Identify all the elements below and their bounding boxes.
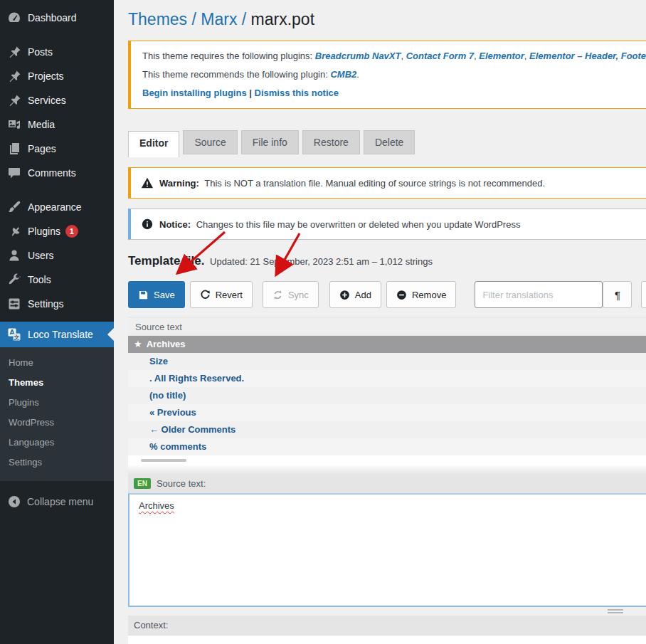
resize-handle[interactable] bbox=[608, 609, 623, 613]
string-row[interactable]: « Previous bbox=[128, 404, 646, 421]
plugins-icon bbox=[7, 224, 21, 238]
code-view-button[interactable]: </> bbox=[641, 281, 646, 308]
sidebar-item-projects[interactable]: Projects bbox=[0, 64, 114, 88]
plugin-link-elementor[interactable]: Elementor bbox=[479, 51, 524, 61]
tab-restore[interactable]: Restore bbox=[302, 130, 360, 154]
context-input[interactable] bbox=[128, 635, 646, 644]
comments-icon bbox=[7, 166, 21, 180]
save-label: Save bbox=[154, 290, 175, 300]
plugin-notice-actions: Begin installing plugins | Dismiss this … bbox=[142, 84, 646, 102]
star-icon: ★ bbox=[134, 339, 142, 349]
sidebar-item-tools[interactable]: Tools bbox=[0, 268, 114, 292]
sidebar-item-services[interactable]: Services bbox=[0, 88, 114, 112]
filter-translations-input[interactable] bbox=[475, 281, 603, 308]
source-text-label: Source text: bbox=[157, 478, 206, 489]
sidebar-item-settings[interactable]: Settings bbox=[0, 292, 114, 316]
sidebar-item-comments[interactable]: Comments bbox=[0, 161, 114, 185]
sidebar-item-label: Settings bbox=[28, 298, 64, 310]
breadcrumb-link-marx[interactable]: Marx bbox=[201, 10, 237, 28]
notice-text: This theme requires the following plugin… bbox=[142, 51, 315, 61]
warning-text: This is NOT a translation file. Manual e… bbox=[202, 178, 545, 189]
notice-label: Notice: bbox=[159, 219, 191, 230]
breadcrumb-link-themes[interactable]: Themes bbox=[128, 10, 187, 28]
string-row-selected[interactable]: ★Archives bbox=[128, 336, 646, 353]
sidebar-item-label: Comments bbox=[28, 167, 76, 179]
settings-icon bbox=[7, 297, 21, 311]
sidebar-item-appearance[interactable]: Appearance bbox=[0, 195, 114, 219]
sidebar-item-users[interactable]: Users bbox=[0, 243, 114, 268]
add-label: Add bbox=[355, 290, 371, 300]
plugin-link-cmb2[interactable]: CMB2 bbox=[330, 69, 356, 80]
sync-label: Sync bbox=[288, 290, 309, 300]
string-row[interactable]: % comments bbox=[128, 438, 646, 455]
revert-label: Revert bbox=[216, 290, 243, 300]
template-file-meta: Template file. Updated: 21 September, 20… bbox=[128, 254, 646, 268]
file-tabs: Editor Source File info Restore Delete bbox=[128, 127, 646, 154]
submenu-item-themes[interactable]: Themes bbox=[0, 373, 114, 393]
loco-translate-editor-page: Dashboard Posts Projects Services Media bbox=[0, 0, 646, 644]
submenu-item-home[interactable]: Home bbox=[0, 353, 114, 373]
editor-value: Archives bbox=[139, 500, 174, 511]
sidebar-item-label: Posts bbox=[28, 46, 53, 58]
tab-editor[interactable]: Editor bbox=[128, 131, 179, 157]
sidebar-item-label: Loco Translate bbox=[28, 329, 93, 340]
tab-delete[interactable]: Delete bbox=[364, 130, 415, 154]
warning-label: Warning: bbox=[159, 178, 199, 189]
save-button[interactable]: Save bbox=[128, 281, 185, 308]
begin-installing-plugins-link[interactable]: Begin installing plugins bbox=[142, 88, 247, 98]
context-field-header: Context: bbox=[128, 616, 646, 635]
sync-button[interactable]: Sync bbox=[263, 281, 319, 308]
sidebar-item-pages[interactable]: Pages bbox=[0, 137, 114, 161]
add-button[interactable]: Add bbox=[329, 281, 381, 308]
media-icon bbox=[7, 117, 21, 132]
string-row[interactable]: . All Rights Reserved. bbox=[128, 370, 646, 387]
notice-text: , bbox=[524, 51, 529, 61]
pages-icon bbox=[7, 142, 21, 156]
source-text-column-header: Source text bbox=[128, 317, 646, 336]
sidebar-item-label: Plugins bbox=[28, 226, 60, 237]
string-row[interactable]: ← Older Comments bbox=[128, 421, 646, 438]
notice-text: . bbox=[356, 69, 359, 80]
source-text-editor[interactable]: Archives bbox=[128, 493, 646, 607]
revert-icon bbox=[200, 290, 211, 300]
string-row[interactable]: (no title) bbox=[128, 387, 646, 404]
plugins-update-badge: 1 bbox=[65, 225, 78, 238]
collapse-menu-label: Collapse menu bbox=[27, 496, 93, 507]
revert-button[interactable]: Revert bbox=[190, 281, 253, 308]
string-row-label: Archives bbox=[147, 339, 186, 349]
submenu-item-wordpress[interactable]: WordPress bbox=[0, 413, 114, 433]
notice-text: Changes to this file may be overwritten … bbox=[194, 219, 520, 230]
sync-icon bbox=[272, 290, 283, 300]
main-content: Themes / Marx / marx.pot This theme requ… bbox=[114, 0, 646, 644]
info-notice: Notice: Changes to this file may be over… bbox=[128, 208, 646, 240]
string-row[interactable]: Size bbox=[128, 353, 646, 370]
warning-notice: Warning: This is NOT a translation file.… bbox=[128, 167, 646, 199]
tab-source[interactable]: Source bbox=[183, 130, 237, 154]
submenu-item-plugins[interactable]: Plugins bbox=[0, 393, 114, 413]
sidebar-item-loco-translate[interactable]: A文 Loco Translate bbox=[0, 322, 114, 347]
language-badge: EN bbox=[134, 478, 151, 489]
submenu-item-settings[interactable]: Settings bbox=[0, 453, 114, 473]
dismiss-notice-link[interactable]: Dismiss this notice bbox=[255, 88, 339, 98]
action-separator: | bbox=[247, 88, 255, 98]
sidebar-item-plugins[interactable]: Plugins 1 bbox=[0, 219, 114, 243]
horizontal-scrollbar-thumb[interactable] bbox=[141, 459, 186, 462]
collapse-menu-button[interactable]: Collapse menu bbox=[0, 490, 114, 514]
required-plugins-line: This theme requires the following plugin… bbox=[142, 47, 646, 65]
sidebar-item-label: Dashboard bbox=[28, 12, 77, 23]
plugin-link-breadcrumb-navxt[interactable]: Breadcrumb NavXT bbox=[315, 51, 401, 61]
sidebar-item-media[interactable]: Media bbox=[0, 112, 114, 137]
remove-button[interactable]: Remove bbox=[386, 281, 456, 308]
plugin-link-contact-form-7[interactable]: Contact Form 7 bbox=[406, 51, 474, 61]
pane-divider bbox=[128, 465, 646, 474]
sidebar-item-posts[interactable]: Posts bbox=[0, 40, 114, 64]
admin-sidebar: Dashboard Posts Projects Services Media bbox=[0, 0, 114, 644]
submenu-item-languages[interactable]: Languages bbox=[0, 433, 114, 453]
breadcrumb-separator: / bbox=[237, 10, 250, 28]
plugin-link-elementor-header-footer[interactable]: Elementor – Header, Footer & bbox=[529, 51, 646, 61]
pin-icon bbox=[7, 69, 21, 83]
invisibles-toggle-button[interactable]: ¶ bbox=[603, 281, 632, 308]
notice-text: This theme recommends the following plug… bbox=[142, 69, 330, 80]
tab-file-info[interactable]: File info bbox=[241, 130, 299, 154]
sidebar-item-dashboard[interactable]: Dashboard bbox=[0, 6, 114, 30]
